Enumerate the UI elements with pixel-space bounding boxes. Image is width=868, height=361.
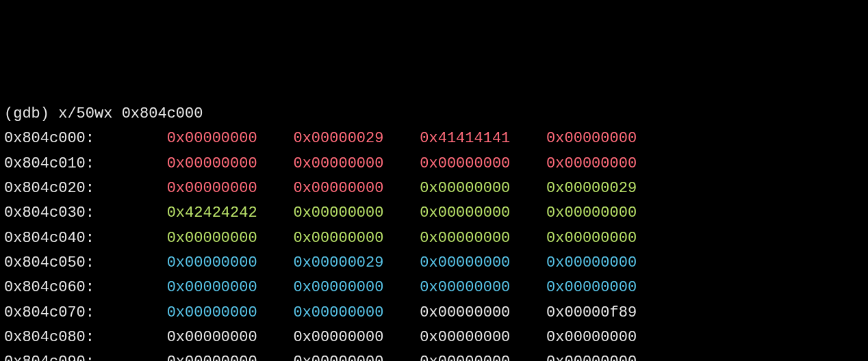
memory-word: 0x00000029 — [293, 251, 420, 276]
memory-word: 0x00000000 — [167, 350, 294, 361]
memory-word: 0x00000000 — [420, 201, 546, 226]
memory-address: 0x804c010: — [4, 152, 167, 176]
memory-row: 0x804c070:0x000000000x000000000x00000000… — [4, 301, 864, 325]
memory-word: 0x00000000 — [420, 350, 546, 361]
memory-row: 0x804c080:0x000000000x000000000x00000000… — [4, 325, 864, 350]
memory-word: 0x00000000 — [167, 325, 294, 350]
memory-word: 0x00000000 — [420, 152, 546, 176]
memory-word: 0x00000000 — [546, 350, 673, 361]
memory-word: 0x00000000 — [167, 251, 294, 276]
memory-address: 0x804c080: — [4, 325, 167, 350]
memory-word: 0x00000000 — [420, 251, 546, 276]
memory-address: 0x804c020: — [4, 176, 167, 201]
memory-address: 0x804c090: — [4, 350, 167, 361]
memory-word: 0x00000000 — [293, 152, 420, 176]
memory-word: 0x00000000 — [420, 276, 546, 300]
memory-row: 0x804c020:0x000000000x000000000x00000000… — [4, 176, 864, 201]
memory-word: 0x00000000 — [546, 276, 673, 300]
memory-word: 0x00000000 — [293, 301, 420, 325]
memory-address: 0x804c050: — [4, 251, 167, 276]
memory-word: 0x00000000 — [546, 325, 673, 350]
memory-word: 0x00000000 — [420, 226, 546, 251]
memory-address: 0x804c000: — [4, 126, 167, 151]
memory-row: 0x804c000:0x000000000x000000290x41414141… — [4, 126, 864, 151]
memory-word: 0x41414141 — [420, 126, 546, 151]
memory-word: 0x00000029 — [546, 176, 673, 201]
gdb-terminal-output[interactable]: (gdb) x/50wx 0x804c0000x804c000:0x000000… — [4, 102, 864, 361]
memory-word: 0x00000000 — [293, 276, 420, 300]
memory-word: 0x00000000 — [546, 152, 673, 176]
memory-row: 0x804c060:0x000000000x000000000x00000000… — [4, 276, 864, 300]
memory-word: 0x00000000 — [167, 301, 294, 325]
memory-row: 0x804c010:0x000000000x000000000x00000000… — [4, 152, 864, 176]
memory-word: 0x42424242 — [167, 201, 294, 226]
memory-address: 0x804c030: — [4, 201, 167, 226]
memory-word: 0x00000000 — [293, 350, 420, 361]
memory-word: 0x00000000 — [420, 301, 546, 325]
memory-word: 0x00000000 — [293, 226, 420, 251]
memory-word: 0x00000f89 — [546, 301, 673, 325]
memory-address: 0x804c070: — [4, 301, 167, 325]
memory-word: 0x00000000 — [167, 176, 294, 201]
memory-row: 0x804c090:0x000000000x000000000x00000000… — [4, 350, 864, 361]
memory-word: 0x00000000 — [293, 325, 420, 350]
memory-word: 0x00000000 — [167, 276, 294, 300]
memory-address: 0x804c040: — [4, 226, 167, 251]
gdb-prompt-line: (gdb) x/50wx 0x804c000 — [4, 102, 864, 126]
memory-word: 0x00000000 — [167, 152, 294, 176]
memory-word: 0x00000000 — [546, 201, 673, 226]
memory-word: 0x00000000 — [546, 251, 673, 276]
memory-word: 0x00000000 — [167, 226, 294, 251]
memory-word: 0x00000000 — [167, 126, 294, 151]
memory-word: 0x00000000 — [293, 201, 420, 226]
memory-row: 0x804c050:0x000000000x000000290x00000000… — [4, 251, 864, 276]
memory-word: 0x00000000 — [420, 176, 546, 201]
memory-word: 0x00000029 — [293, 126, 420, 151]
memory-word: 0x00000000 — [293, 176, 420, 201]
memory-word: 0x00000000 — [546, 126, 673, 151]
memory-word: 0x00000000 — [420, 325, 546, 350]
memory-row: 0x804c040:0x000000000x000000000x00000000… — [4, 226, 864, 251]
memory-word: 0x00000000 — [546, 226, 673, 251]
memory-address: 0x804c060: — [4, 276, 167, 300]
memory-row: 0x804c030:0x424242420x000000000x00000000… — [4, 201, 864, 226]
